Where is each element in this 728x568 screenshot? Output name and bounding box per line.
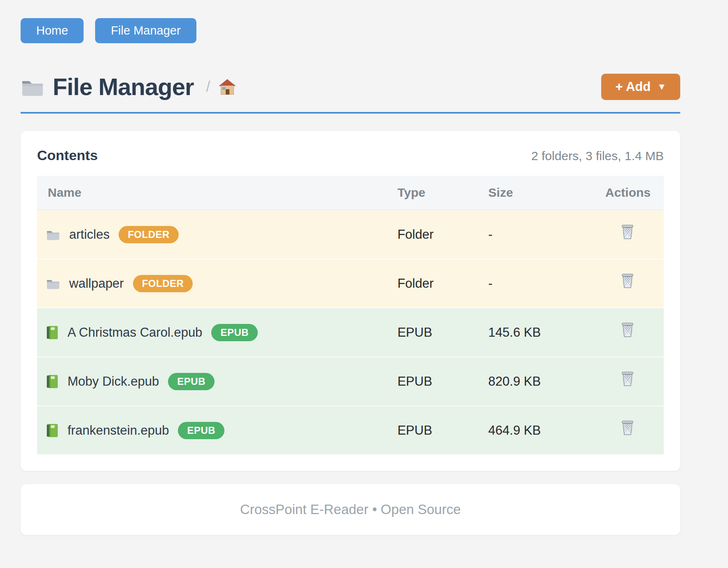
file-size: 145.6 KB [488,308,592,357]
green-book-icon [46,424,58,438]
folder-badge: FOLDER [119,226,179,243]
delete-button[interactable] [621,421,634,435]
page-header: File Manager / + Add ▼ [21,73,680,100]
home-button[interactable]: Home [21,18,84,43]
title-divider [21,112,680,114]
file-type: EPUB [397,308,488,357]
epub-badge: EPUB [211,324,258,341]
column-header-type: Type [397,176,488,210]
table-row: frankenstein.epub EPUB EPUB 464.9 KB [37,406,664,454]
file-name-link[interactable]: wallpaper [69,275,124,292]
column-header-name: Name [37,176,397,210]
delete-button[interactable] [621,372,634,386]
folder-badge: FOLDER [133,275,193,292]
delete-button[interactable] [621,323,634,338]
column-header-size: Size [488,176,592,210]
card-title: Contents [37,147,98,163]
file-table: Name Type Size Actions articles FOLDER F… [37,176,664,454]
folder-icon [46,277,60,290]
file-type: EPUB [397,357,488,406]
table-row: Moby Dick.epub EPUB EPUB 820.9 KB [37,357,664,406]
top-nav: Home File Manager [21,18,680,43]
file-name-link[interactable]: A Christmas Carol.epub [68,324,202,341]
folder-icon [46,228,60,241]
home-icon[interactable] [219,79,236,95]
trash-icon [621,274,634,289]
table-row: articles FOLDER Folder - [37,210,664,259]
page: Home File Manager File Manager / + Add ▼… [21,0,680,535]
trash-icon [621,421,634,435]
trash-icon [621,323,634,338]
table-row: A Christmas Carol.epub EPUB EPUB 145.6 K… [37,308,664,357]
footer-text: CrossPoint E-Reader • Open Source [240,502,461,517]
page-title: File Manager [53,73,194,100]
file-size: - [488,259,592,308]
file-size: 820.9 KB [488,357,592,406]
contents-card: Contents 2 folders, 3 files, 1.4 MB Name… [21,131,680,471]
trash-icon [621,225,634,240]
epub-badge: EPUB [178,422,224,439]
footer: CrossPoint E-Reader • Open Source [21,484,680,535]
folder-icon [21,77,44,97]
file-name-link[interactable]: Moby Dick.epub [68,373,159,390]
epub-badge: EPUB [168,373,215,390]
file-type: Folder [397,210,488,259]
file-name-link[interactable]: articles [69,226,110,243]
file-name-link[interactable]: frankenstein.epub [68,422,169,439]
file-size: 464.9 KB [488,406,592,454]
file-type: EPUB [397,406,488,454]
breadcrumb-separator: / [206,78,210,95]
trash-icon [621,372,634,386]
add-button[interactable]: + Add ▼ [601,74,680,100]
table-row: wallpaper FOLDER Folder - [37,259,664,308]
table-header-row: Name Type Size Actions [37,176,664,210]
delete-button[interactable] [621,225,634,240]
contents-summary: 2 folders, 3 files, 1.4 MB [531,149,664,163]
file-size: - [488,210,592,259]
file-manager-button[interactable]: File Manager [95,18,196,43]
green-book-icon [46,326,58,340]
add-button-label: + Add [615,79,651,94]
caret-down-icon: ▼ [657,82,666,91]
delete-button[interactable] [621,274,634,289]
file-type: Folder [397,259,488,308]
column-header-actions: Actions [592,176,664,210]
green-book-icon [46,375,58,389]
